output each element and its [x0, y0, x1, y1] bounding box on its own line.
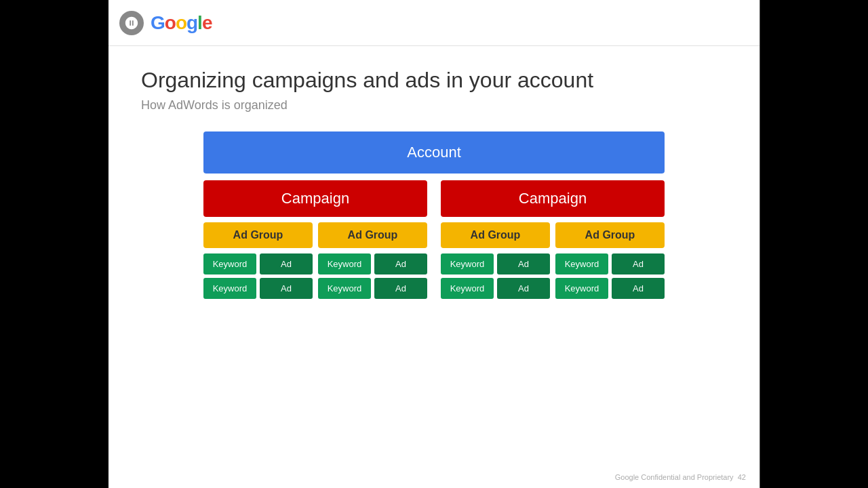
- diagram: Account Campaign Ad Group Ad Group: [203, 131, 665, 299]
- keyword-box: Keyword: [203, 278, 256, 299]
- logo-letter-e: e: [202, 12, 212, 34]
- keyword-box: Keyword: [318, 253, 371, 274]
- ad-box: Ad: [374, 253, 427, 274]
- kw-ad-row-2-2: Keyword Ad Keyword: [441, 278, 665, 299]
- adgroups-row-1: Ad Group Ad Group: [203, 222, 427, 248]
- group-pair-1-4: Keyword Ad: [318, 278, 427, 299]
- campaign-2: Campaign Ad Group Ad Group: [441, 180, 665, 299]
- slide-title: Organizing campaigns and ads in your acc…: [141, 68, 727, 93]
- adgroup-2-2: Ad Group: [555, 222, 665, 248]
- logo-letter-g1: G: [151, 12, 165, 34]
- keyword-box: Keyword: [441, 278, 494, 299]
- group-pair-1-3: Keyword Ad: [203, 278, 313, 299]
- ad-box: Ad: [497, 253, 550, 274]
- logo-letter-o2: o: [176, 12, 186, 34]
- keyword-box: Keyword: [441, 253, 494, 274]
- account-box: Account: [203, 131, 665, 174]
- keyword-box: Keyword: [555, 253, 608, 274]
- keyword-box: Keyword: [318, 278, 371, 299]
- top-bar: G o o g l e: [108, 0, 760, 46]
- kw-ad-row-1-1: Keyword Ad Keyword: [203, 253, 427, 274]
- slide: G o o g l e Organizing campaigns and ads…: [108, 0, 760, 488]
- group-pair-2-4: Keyword Ad: [555, 278, 665, 299]
- group-pair-2-1: Keyword Ad: [441, 253, 550, 274]
- logo-letter-o1: o: [165, 12, 176, 34]
- group-pair-1-2: Keyword Ad: [318, 253, 427, 274]
- kw-ads-2: Keyword Ad Keyword: [441, 253, 665, 299]
- kw-ads-1: Keyword Ad Keyword: [203, 253, 427, 299]
- group-pair-2-2: Keyword Ad: [555, 253, 665, 274]
- footer: Google Confidential and Proprietary 42: [615, 473, 746, 481]
- adgroup-1-2: Ad Group: [318, 222, 427, 248]
- campaigns-row: Campaign Ad Group Ad Group: [203, 180, 665, 299]
- group-pair-1-1: Keyword Ad: [203, 253, 313, 274]
- group-pair-2-3: Keyword Ad: [441, 278, 550, 299]
- adgroup-1-1: Ad Group: [203, 222, 313, 248]
- ad-box: Ad: [374, 278, 427, 299]
- ad-box: Ad: [260, 278, 313, 299]
- slide-subtitle: How AdWords is organized: [141, 98, 727, 113]
- adgroups-row-2: Ad Group Ad Group: [441, 222, 665, 248]
- slide-content: Organizing campaigns and ads in your acc…: [108, 46, 760, 488]
- ad-box: Ad: [612, 253, 665, 274]
- campaign-1-label: Campaign: [203, 180, 427, 217]
- keyword-box: Keyword: [555, 278, 608, 299]
- adgroup-2-1: Ad Group: [441, 222, 550, 248]
- campaign-1: Campaign Ad Group Ad Group: [203, 180, 427, 299]
- campaign-2-label: Campaign: [441, 180, 665, 217]
- keyword-box: Keyword: [203, 253, 256, 274]
- hangouts-icon: [119, 11, 144, 35]
- ad-box: Ad: [612, 278, 665, 299]
- google-logo: G o o g l e: [151, 12, 212, 34]
- ad-box: Ad: [260, 253, 313, 274]
- logo-letter-g2: g: [186, 12, 197, 34]
- kw-ad-row-1-2: Keyword Ad Keyword: [203, 278, 427, 299]
- ad-box: Ad: [497, 278, 550, 299]
- kw-ad-row-2-1: Keyword Ad Keyword: [441, 253, 665, 274]
- logo-letter-l: l: [197, 12, 202, 34]
